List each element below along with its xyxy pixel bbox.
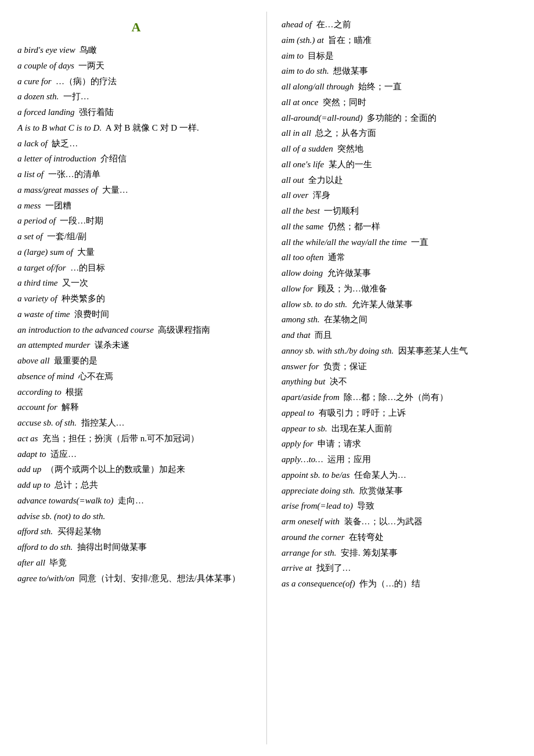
entry-cn: 找到了… xyxy=(316,563,351,573)
entry-en: account for xyxy=(17,402,57,412)
list-item: all-around(=all-round) 多功能的；全面的 xyxy=(282,111,522,125)
list-item: arrange for sth. 安排. 筹划某事 xyxy=(282,546,522,560)
list-item: a waste of time 浪费时间 xyxy=(17,307,255,322)
entry-cn: 在转弯处 xyxy=(349,532,384,542)
entry-cn: 总之；从各方面 xyxy=(315,128,376,138)
list-item: apply for 申请；请求 xyxy=(282,437,522,451)
entry-cn: 心不在焉 xyxy=(78,372,113,381)
entry-en: advance towards(=walk to) xyxy=(17,496,113,505)
entry-en: allow for xyxy=(282,284,313,293)
entry-cn: 想做某事 xyxy=(333,66,368,75)
list-item: all too often 通常 xyxy=(282,250,522,265)
list-item: A is to B what C is to D. A 对 B 就像 C 对 D… xyxy=(17,121,255,135)
list-item: all in all 总之；从各方面 xyxy=(282,126,522,141)
entry-en: advise sb. (not) to do sth. xyxy=(17,512,105,521)
entry-en: a (large) sum of xyxy=(17,247,73,257)
entry-en: apply for xyxy=(282,439,313,448)
entry-cn: 一打… xyxy=(63,92,89,101)
entry-en: an attempted murder xyxy=(17,340,90,350)
entry-cn: 安排. 筹划某事 xyxy=(341,548,398,557)
list-item: after all 毕竟 xyxy=(17,556,255,570)
entry-cn: 突然地 xyxy=(337,144,363,153)
entry-cn: A 对 B 就像 C 对 D 一样. xyxy=(106,123,199,132)
entry-en: appear to sb. xyxy=(282,424,327,433)
entry-en: a period of xyxy=(17,216,56,225)
entry-cn: 一两天 xyxy=(78,61,104,70)
entry-cn: 大量… xyxy=(102,185,128,195)
list-item: add up to 总计；总共 xyxy=(17,478,255,492)
list-item: according to 根据 xyxy=(17,385,255,399)
entry-cn: 多功能的；全面的 xyxy=(367,113,436,123)
entry-en: aim (sth.) at xyxy=(282,35,324,45)
entry-cn: 而且 xyxy=(315,330,332,340)
list-item: among sth. 在某物之间 xyxy=(282,312,522,327)
entry-en: around the corner xyxy=(282,532,345,542)
list-item: absence of mind 心不在焉 xyxy=(17,369,255,384)
list-item: all over 浑身 xyxy=(282,188,522,203)
list-item: a bird's eye view 鸟瞰 xyxy=(17,43,255,57)
entry-en: appoint sb. to be/as xyxy=(282,470,350,480)
entry-en: A is to B what C is to D. xyxy=(17,123,102,132)
entry-cn: 高级课程指南 xyxy=(158,325,210,334)
entry-en: add up to xyxy=(17,480,50,489)
entry-cn: 谋杀未遂 xyxy=(95,340,129,350)
entry-cn: 一张…的清单 xyxy=(48,170,100,179)
entry-cn: 一套/组/副 xyxy=(47,232,86,241)
entry-cn: 在…之前 xyxy=(316,20,351,29)
list-item: advise sb. (not) to do sth. xyxy=(17,509,255,524)
list-item: answer for 负责；保证 xyxy=(282,359,522,374)
list-item: agree to/with/on 同意（计划、安排/意见、想法/具体某事） xyxy=(17,571,255,586)
entry-cn: 欣赏做某事 xyxy=(359,486,403,495)
list-item: a third time 又一次 xyxy=(17,276,255,290)
right-column: ahead of 在…之前aim (sth.) at 旨在；瞄准aim to 目… xyxy=(267,12,534,744)
entry-en: a bird's eye view xyxy=(17,45,75,55)
entry-cn: 某人的一生 xyxy=(329,160,372,169)
list-item: a period of 一段…时期 xyxy=(17,214,255,228)
list-item: all the same 仍然；都一样 xyxy=(282,219,522,234)
list-item: accuse sb. of sth. 指控某人… xyxy=(17,416,255,430)
list-item: a variety of 种类繁多的 xyxy=(17,291,255,306)
entry-en: afford to do sth. xyxy=(17,542,73,552)
list-item: as a consequence(of) 作为（…的）结 xyxy=(282,577,522,591)
list-item: add up （两个或两个以上的数或量）加起来 xyxy=(17,462,255,477)
entry-cn: 浑身 xyxy=(313,190,330,200)
entry-cn: 指控某人… xyxy=(81,418,125,427)
entry-cn: 运用；应用 xyxy=(327,455,371,464)
entry-en: all one's life xyxy=(282,160,324,169)
list-item: act as 充当；担任；扮演（后带 n.可不加冠词） xyxy=(17,431,255,446)
entry-cn: 始终；一直 xyxy=(358,82,402,91)
entry-en: arise from(=lead to) xyxy=(282,501,353,510)
entry-cn: 种类繁多的 xyxy=(62,294,105,303)
list-item: a cure for …（病）的疗法 xyxy=(17,74,255,89)
entry-cn: 导致 xyxy=(357,501,374,510)
entry-cn: 充当；担任；扮演（后带 n.可不加冠词） xyxy=(42,434,199,443)
list-item: appeal to 有吸引力；呼吁；上诉 xyxy=(282,406,522,420)
entry-en: arm oneself with xyxy=(282,517,340,526)
entry-cn: 一段…时期 xyxy=(60,216,103,225)
entry-en: a target of/for xyxy=(17,263,66,272)
entry-en: allow doing xyxy=(282,268,323,278)
entry-en: aim to xyxy=(282,51,304,60)
entry-en: allow sb. to do sth. xyxy=(282,300,347,309)
list-item: adapt to 适应… xyxy=(17,447,255,462)
entry-en: a variety of xyxy=(17,294,57,303)
list-item: around the corner 在转弯处 xyxy=(282,530,522,545)
list-item: and that 而且 xyxy=(282,328,522,343)
entry-cn: 同意（计划、安排/意见、想法/具体某事） xyxy=(79,574,240,583)
entry-en: a dozen sth. xyxy=(17,92,59,101)
entry-en: apply…to… xyxy=(282,455,323,464)
entry-en: appeal to xyxy=(282,408,314,417)
entry-cn: 有吸引力；呼吁；上诉 xyxy=(319,408,406,417)
list-item: all along/all through 始终；一直 xyxy=(282,80,522,94)
entry-cn: 申请；请求 xyxy=(317,439,361,448)
entry-cn: …（病）的疗法 xyxy=(56,77,117,86)
entry-en: accuse sb. of sth. xyxy=(17,418,77,427)
list-item: a list of 一张…的清单 xyxy=(17,167,255,182)
entry-en: above all xyxy=(17,356,49,365)
entry-en: all at once xyxy=(282,98,318,107)
list-item: afford to do sth. 抽得出时间做某事 xyxy=(17,540,255,555)
list-item: appear to sb. 出现在某人面前 xyxy=(282,422,522,436)
list-item: a set of 一套/组/副 xyxy=(17,229,255,244)
entry-cn: 仍然；都一样 xyxy=(328,222,380,231)
entry-cn: 全力以赴 xyxy=(308,175,343,185)
